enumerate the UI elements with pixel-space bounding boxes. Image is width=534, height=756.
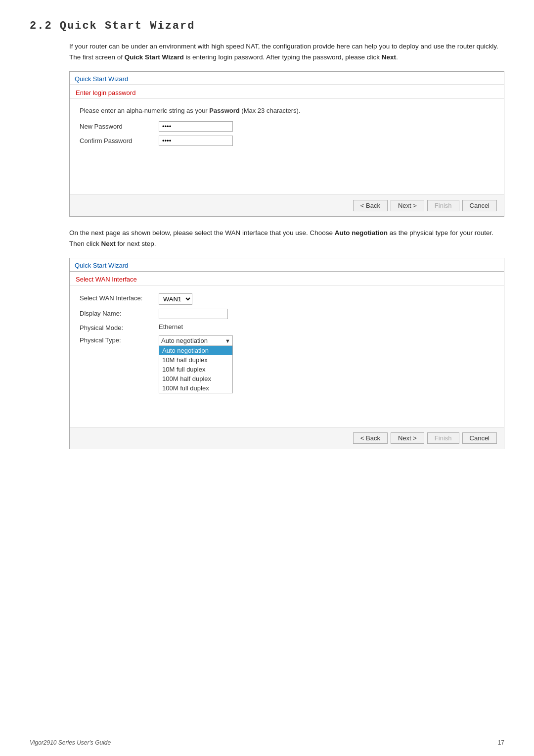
dropdown-option-100m-half[interactable]: 100M half duplex [159,374,232,383]
wizard-title-label-1: Quick Start Wizard [75,75,128,83]
dropdown-option-10m-half[interactable]: 10M half duplex [159,355,232,365]
next-button-2[interactable]: Next > [391,432,424,444]
wan-interface-select[interactable]: WAN1 WAN2 [159,293,192,305]
dropdown-header[interactable]: Auto negotiation ▼ [159,336,232,346]
dropdown-list: Auto negotiation 10M half duplex 10M ful… [159,346,232,393]
wizard-box-1: Quick Start Wizard Enter login password … [69,71,504,217]
wizard-section-title-1: Enter login password [70,85,504,99]
physical-mode-label: Physical Mode: [80,323,159,331]
wizard-title-bar-1: Quick Start Wizard [70,72,504,85]
physical-type-dropdown[interactable]: Auto negotiation ▼ Auto negotiation 10M … [159,335,233,393]
display-name-row: Display Name: [80,309,494,319]
next-button-1[interactable]: Next > [391,200,424,211]
dropdown-option-100m-full[interactable]: 100M full duplex [159,383,232,393]
wizard-title-bar-2: Quick Start Wizard [70,258,504,272]
dropdown-option-auto[interactable]: Auto negotiation [159,346,232,355]
new-password-row: New Password [80,121,494,132]
new-password-label: New Password [80,123,159,130]
confirm-password-input-wrapper [159,136,233,146]
wizard-box-2: Quick Start Wizard Select WAN Interface … [69,258,504,449]
physical-mode-row: Physical Mode: Ethernet [80,323,494,331]
page-title: 2.2 Quick Start Wizard [30,20,504,32]
cancel-button-2[interactable]: Cancel [462,432,497,444]
intro-paragraph-1: If your router can be under an environme… [69,41,504,62]
wizard-section-title-2: Select WAN Interface [70,272,504,285]
new-password-input[interactable] [159,121,233,132]
finish-button-1[interactable]: Finish [427,200,459,211]
password-hint: Please enter an alpha-numeric string as … [80,107,494,114]
wizard-content-1: Please enter an alpha-numeric string as … [70,99,504,194]
back-button-1[interactable]: < Back [353,200,388,211]
physical-mode-value: Ethernet [159,323,183,331]
cancel-button-1[interactable]: Cancel [462,200,497,211]
confirm-password-label: Confirm Password [80,137,159,144]
dropdown-arrow-icon: ▼ [225,338,230,344]
wizard-title-label-2: Quick Start Wizard [75,262,128,269]
finish-button-2[interactable]: Finish [427,432,459,444]
physical-type-row: Physical Type: Auto negotiation ▼ Auto n… [80,335,494,393]
physical-type-dropdown-wrapper: Auto negotiation ▼ Auto negotiation 10M … [159,335,233,393]
intro-paragraph-2: On the next page as shown below, please … [69,228,504,249]
dropdown-selected-value: Auto negotiation [161,337,208,344]
display-name-label: Display Name: [80,309,159,317]
confirm-password-row: Confirm Password [80,136,494,146]
physical-type-label: Physical Type: [80,335,159,344]
back-button-2[interactable]: < Back [353,432,388,444]
wan-interface-row: Select WAN Interface: WAN1 WAN2 [80,293,494,305]
wizard-footer-2: < Back Next > Finish Cancel [70,427,504,449]
new-password-input-wrapper [159,121,233,132]
display-name-input[interactable] [159,309,228,319]
wan-interface-select-wrapper: WAN1 WAN2 [159,293,192,305]
wan-interface-label: Select WAN Interface: [80,293,159,302]
wizard-footer-1: < Back Next > Finish Cancel [70,194,504,216]
display-name-input-wrapper [159,309,228,319]
dropdown-option-10m-full[interactable]: 10M full duplex [159,365,232,374]
confirm-password-input[interactable] [159,136,233,146]
wizard-content-2: Select WAN Interface: WAN1 WAN2 Display … [70,285,504,427]
